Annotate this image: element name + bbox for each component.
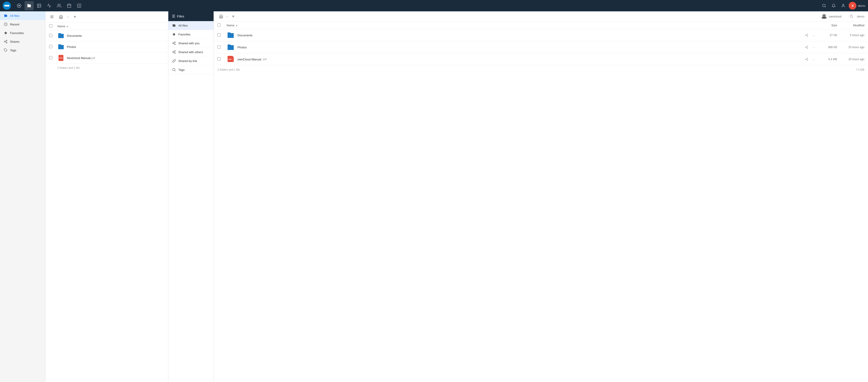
tags-search-icon	[172, 68, 176, 72]
sidebar-item-all-files[interactable]: All files	[0, 11, 45, 20]
main-file-row-documents[interactable]: Documents ··· 37 KB 5 hours ago	[214, 29, 868, 41]
owncloud-nav-favorites[interactable]: Favorites	[168, 30, 214, 39]
file-count-label: 2 folders and 1 file	[57, 66, 80, 69]
search-btn[interactable]	[820, 2, 828, 10]
main-file-row-owncloud-manual[interactable]: PDF ownCloud Manual.pdf ··· 6.4 MB 20 ho…	[214, 54, 868, 65]
photos-file-name: Photos	[238, 46, 803, 49]
svg-point-34	[175, 41, 175, 42]
activity-nav-btn[interactable]	[44, 1, 54, 10]
pdf-icon: PDF	[57, 54, 65, 62]
sidebar-menu-icon[interactable]: ☰	[172, 14, 175, 19]
home-nav-btn[interactable]	[14, 1, 24, 10]
home-dir-btn[interactable]	[57, 13, 65, 21]
sidebar-item-favourites[interactable]: Favourites	[0, 29, 45, 37]
svg-point-1	[4, 5, 6, 7]
tasks-nav-btn[interactable]	[74, 1, 84, 10]
add-file-btn[interactable]: +	[71, 13, 79, 21]
svg-point-65	[805, 59, 806, 60]
main-name-sort[interactable]: Name ▲	[226, 24, 819, 27]
topbar-nav-icons	[14, 1, 818, 10]
main-toolbar-left: › +	[217, 13, 237, 20]
svg-line-25	[5, 42, 6, 42]
files-nav-btn[interactable]	[25, 1, 34, 10]
svg-point-8	[58, 4, 59, 6]
main-row-checkbox[interactable]	[217, 58, 223, 61]
main-total-size: 7.4 MB	[856, 68, 864, 71]
documents-actions: ···	[803, 32, 817, 38]
select-all-checkbox[interactable]	[49, 24, 52, 28]
left-sidebar: All files Recent Favourites Shares Tags	[0, 11, 45, 382]
svg-line-26	[5, 41, 6, 41]
main-file-row-photos[interactable]: Photos ··· 988 KB 20 hours ago	[214, 41, 868, 54]
svg-point-35	[173, 43, 174, 44]
share-btn-photos[interactable]	[803, 44, 810, 50]
file-row-documents[interactable]: Documents	[45, 30, 168, 41]
row-checkbox[interactable]	[49, 45, 55, 49]
main-select-all[interactable]	[217, 24, 221, 27]
owncloud-header: ☰ Files	[168, 11, 214, 21]
owncloud-nav-shared-with-you[interactable]: Shared with you	[168, 39, 214, 48]
file-name-documents: Documents	[67, 34, 164, 37]
documents-folder-icon	[226, 31, 235, 39]
user-status-btn[interactable]	[839, 2, 847, 10]
sidebar-item-shares[interactable]: Shares	[0, 37, 45, 46]
name-sort-header[interactable]: Name ▲	[57, 25, 164, 28]
main-modified-header[interactable]: Modified	[837, 24, 864, 27]
svg-line-58	[806, 47, 807, 48]
sidebar-item-recent[interactable]: Recent	[0, 20, 45, 29]
main-home-btn[interactable]	[217, 13, 225, 20]
more-btn-documents[interactable]: ···	[811, 32, 817, 38]
row-checkbox[interactable]	[49, 56, 55, 60]
documents-size: 37 KB	[819, 34, 837, 37]
main-name-label: Name	[226, 24, 235, 27]
shared-with-others-label: Shared with others	[178, 50, 203, 54]
share-btn-manual[interactable]	[803, 56, 810, 63]
svg-point-44	[173, 68, 175, 71]
owncloud-nav-all-files[interactable]: All files	[168, 21, 214, 30]
svg-point-5	[19, 5, 20, 6]
main-row-checkbox[interactable]	[217, 33, 223, 37]
favourites-label: Favourites	[10, 31, 24, 35]
svg-point-57	[807, 48, 808, 48]
main-size-header[interactable]: Size	[819, 24, 837, 27]
more-btn-photos[interactable]: ···	[811, 44, 817, 50]
row-checkbox[interactable]	[49, 34, 55, 38]
main-add-btn[interactable]: +	[229, 13, 237, 20]
contacts-nav-btn[interactable]	[55, 1, 64, 10]
shared-with-you-icon	[172, 41, 176, 45]
main-sort-icon: ▲	[236, 24, 238, 27]
main-row-checkbox[interactable]	[217, 45, 223, 49]
main-header-checkbox[interactable]	[217, 24, 223, 27]
file-row-photos[interactable]: Photos	[45, 41, 168, 53]
calendar-nav-btn[interactable]	[65, 1, 74, 10]
owncloud-nav-shared-with-others[interactable]: Shared with others	[168, 48, 214, 57]
user-avatar[interactable]: X	[849, 2, 857, 9]
svg-point-51	[805, 35, 806, 36]
owncloud-nav-shared-by-link[interactable]: Shared by link	[168, 57, 214, 65]
svg-line-49	[852, 17, 853, 18]
all-files-label: All files	[10, 14, 19, 18]
owncloud-manual-file-name: ownCloud Manual.pdf	[238, 58, 803, 61]
share-btn-documents[interactable]	[803, 32, 810, 38]
nextcloud-logo[interactable]	[3, 2, 11, 10]
owncloud-manual-pdf-icon: PDF	[226, 55, 235, 63]
username-label[interactable]: demo	[858, 4, 865, 7]
shared-with-you-label: Shared with you	[178, 41, 199, 45]
svg-rect-9	[67, 4, 71, 7]
sidebar-item-tags[interactable]: Tags	[0, 46, 45, 55]
view-toggle-btn[interactable]	[48, 13, 56, 21]
owncloud-nav-tags[interactable]: Tags	[168, 65, 214, 74]
file-list-panel: › + Name ▲ Documents	[45, 11, 168, 382]
more-btn-manual[interactable]: ···	[811, 56, 817, 63]
main-toolbar-right: owncloud demo	[820, 13, 864, 20]
header-checkbox[interactable]	[49, 24, 55, 28]
right-search-btn[interactable]	[848, 13, 855, 20]
all-files-icon	[4, 13, 8, 18]
photos-nav-btn[interactable]	[35, 1, 44, 10]
file-row-nextcloud-manual[interactable]: PDF Nextcloud Manual.pdf	[45, 53, 168, 64]
shared-with-others-icon	[172, 50, 176, 54]
svg-point-64	[807, 58, 808, 59]
svg-point-17	[823, 4, 826, 7]
notifications-btn[interactable]	[830, 2, 838, 10]
favorites-nav-label: Favorites	[178, 33, 190, 36]
